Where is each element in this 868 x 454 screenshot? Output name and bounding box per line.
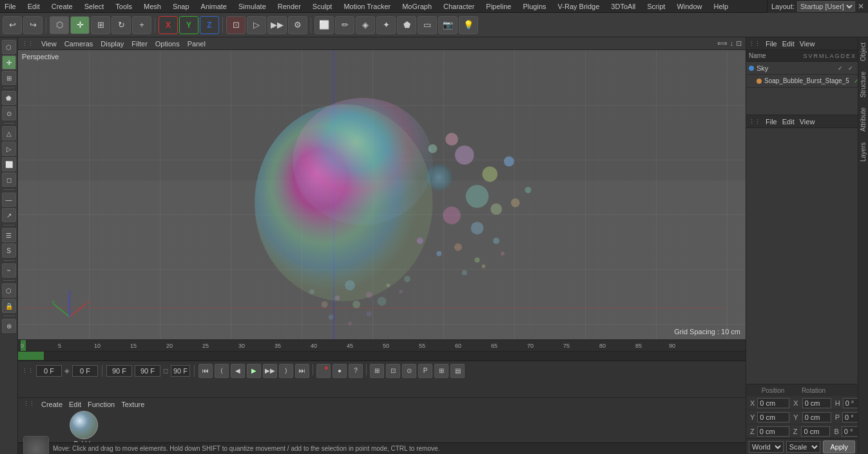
timeline-icon-1[interactable]: ⊞ bbox=[370, 364, 384, 378]
obj-menu-edit[interactable]: Edit bbox=[782, 40, 795, 48]
material-thumbnail[interactable] bbox=[70, 411, 98, 439]
scale-tool-button[interactable]: ⊞ bbox=[91, 16, 110, 34]
particles-button[interactable]: ✦ bbox=[376, 16, 396, 34]
menu-script[interactable]: Script bbox=[645, 3, 667, 10]
vp-menu-cameras[interactable]: Cameras bbox=[64, 40, 93, 48]
start-frame-input[interactable] bbox=[72, 365, 98, 377]
menu-select[interactable]: Select bbox=[82, 3, 106, 10]
floor-button[interactable]: ▭ bbox=[418, 16, 437, 34]
vp-menu-options[interactable]: Options bbox=[155, 40, 180, 48]
undo-button[interactable]: ↩ bbox=[3, 16, 22, 34]
goto-start-button[interactable]: ⏮ bbox=[198, 364, 213, 378]
left-tool-10[interactable]: — bbox=[2, 193, 16, 207]
mat-menu-edit[interactable]: Edit bbox=[69, 401, 81, 408]
left-tool-11[interactable]: ↗ bbox=[2, 208, 16, 222]
timeline-icon-6[interactable]: ▤ bbox=[450, 364, 465, 378]
timeline-track[interactable] bbox=[18, 352, 746, 361]
menu-character[interactable]: Character bbox=[441, 3, 476, 10]
menu-edit[interactable]: Edit bbox=[26, 3, 42, 10]
attr-menu-view[interactable]: View bbox=[800, 118, 815, 126]
close-icon[interactable]: ✕ bbox=[858, 2, 864, 11]
vert-tab-object[interactable]: Object bbox=[858, 37, 868, 66]
y-axis-button[interactable]: Y bbox=[179, 16, 198, 34]
menu-simulate[interactable]: Simulate bbox=[236, 3, 268, 10]
add-tool-button[interactable]: + bbox=[132, 16, 151, 34]
render-region-button[interactable]: ⊡ bbox=[226, 16, 246, 34]
current-frame-input[interactable] bbox=[36, 365, 62, 377]
render-all-button[interactable]: ▶▶ bbox=[267, 16, 287, 34]
vp-menu-view[interactable]: View bbox=[41, 40, 57, 48]
mat-menu-function[interactable]: Function bbox=[88, 401, 115, 408]
menu-mesh[interactable]: Mesh bbox=[142, 3, 163, 10]
x-axis-button[interactable]: X bbox=[159, 16, 178, 34]
attr-menu-file[interactable]: File bbox=[766, 118, 777, 126]
left-tool-14[interactable]: ~ bbox=[2, 263, 16, 278]
cube-button[interactable]: ⬜ bbox=[314, 16, 334, 34]
left-tool-13[interactable]: S bbox=[2, 243, 16, 258]
render-settings-button[interactable]: ⚙ bbox=[288, 16, 307, 34]
vert-tab-layers[interactable]: Layers bbox=[858, 137, 868, 167]
vp-icon-2[interactable]: ↓ bbox=[730, 39, 734, 48]
left-tool-6[interactable]: △ bbox=[2, 126, 16, 140]
menu-pipeline[interactable]: Pipeline bbox=[484, 3, 513, 10]
menu-create[interactable]: Create bbox=[50, 3, 75, 10]
p-rot-val[interactable]: 0 ° bbox=[842, 412, 858, 422]
z-pos-val[interactable]: 0 cm bbox=[757, 426, 789, 437]
left-tool-4[interactable]: ⬟ bbox=[2, 91, 16, 105]
menu-animate[interactable]: Animate bbox=[199, 3, 229, 10]
render-frame-button[interactable]: ▷ bbox=[247, 16, 266, 34]
viewport[interactable]: X Y Z Perspective Grid Spacing : 10 cm bbox=[18, 50, 746, 339]
z-scale-val[interactable]: 0 cm bbox=[801, 426, 830, 437]
menu-plugins[interactable]: Plugins bbox=[521, 3, 548, 10]
timeline-icon-4[interactable]: P bbox=[418, 364, 432, 378]
deform-button[interactable]: ⬟ bbox=[397, 16, 416, 34]
camera-button[interactable]: 📷 bbox=[438, 16, 458, 34]
vert-tab-attribute[interactable]: Attribute bbox=[858, 102, 868, 137]
menu-snap[interactable]: Snap bbox=[171, 3, 191, 10]
auto-key-button[interactable]: ● bbox=[333, 364, 347, 378]
y-pos-val[interactable]: 0 cm bbox=[757, 412, 789, 422]
fps-num-input[interactable] bbox=[171, 365, 190, 377]
end-frame-input[interactable] bbox=[106, 365, 132, 377]
redo-button[interactable]: ↪ bbox=[23, 16, 43, 34]
play-back-button[interactable]: ◀ bbox=[231, 364, 245, 378]
left-tool-2[interactable]: ✛ bbox=[2, 55, 16, 70]
menu-vray-bridge[interactable]: V-Ray Bridge bbox=[556, 3, 602, 10]
scale-select[interactable]: Scale bbox=[786, 441, 821, 453]
b-rot-val[interactable]: 0 ° bbox=[842, 426, 858, 437]
play-forward-button[interactable]: ▶▶ bbox=[263, 364, 277, 378]
attr-menu-edit[interactable]: Edit bbox=[782, 118, 795, 126]
y-scale-val[interactable]: 0 cm bbox=[802, 412, 831, 422]
keyframe-button[interactable]: ? bbox=[349, 364, 363, 378]
apply-button[interactable]: Apply bbox=[823, 440, 855, 453]
vp-icon-3[interactable]: ⊡ bbox=[736, 39, 742, 48]
light-button[interactable]: 💡 bbox=[459, 16, 478, 34]
obj-row-bubble[interactable]: Soap_Bubble_Burst_Stage_5 ✓ ✓ □ ✕ bbox=[746, 75, 858, 88]
left-tool-7[interactable]: ▷ bbox=[2, 142, 16, 156]
record-button[interactable] bbox=[316, 364, 331, 378]
menu-3dtoall[interactable]: 3DToAll bbox=[609, 3, 637, 10]
left-tool-12[interactable]: ☰ bbox=[2, 228, 16, 242]
prev-keyframe-button[interactable]: ⟨ bbox=[215, 364, 229, 378]
left-tool-5[interactable]: ⊙ bbox=[2, 106, 16, 120]
select-tool-button[interactable]: ⬡ bbox=[50, 16, 69, 34]
obj-row-sky[interactable]: Sky ✓ ✓ bbox=[746, 62, 858, 75]
left-tool-1[interactable]: ⬡ bbox=[2, 40, 16, 54]
timeline-icon-2[interactable]: ⊡ bbox=[386, 364, 400, 378]
move-tool-button[interactable]: ✛ bbox=[70, 16, 90, 34]
layout-select[interactable]: Startup [User] bbox=[797, 1, 855, 12]
left-tool-15[interactable]: ⬡ bbox=[2, 283, 16, 298]
menu-tools[interactable]: Tools bbox=[113, 3, 134, 10]
x-pos-val[interactable]: 0 cm bbox=[757, 398, 789, 408]
vp-menu-filter[interactable]: Filter bbox=[131, 40, 147, 48]
h-rot-val[interactable]: 0 ° bbox=[843, 398, 858, 408]
goto-end-button[interactable]: ⏭ bbox=[295, 364, 309, 378]
timeline-icon-3[interactable]: ⊙ bbox=[402, 364, 416, 378]
obj-menu-view[interactable]: View bbox=[800, 40, 815, 48]
obj-menu-file[interactable]: File bbox=[766, 40, 777, 48]
menu-motion-tracker[interactable]: Motion Tracker bbox=[342, 3, 392, 10]
vp-icon-1[interactable]: ⟺ bbox=[717, 39, 728, 48]
menu-help[interactable]: Help bbox=[712, 3, 731, 10]
vp-menu-panel[interactable]: Panel bbox=[188, 40, 206, 48]
mat-menu-texture[interactable]: Texture bbox=[121, 401, 144, 408]
